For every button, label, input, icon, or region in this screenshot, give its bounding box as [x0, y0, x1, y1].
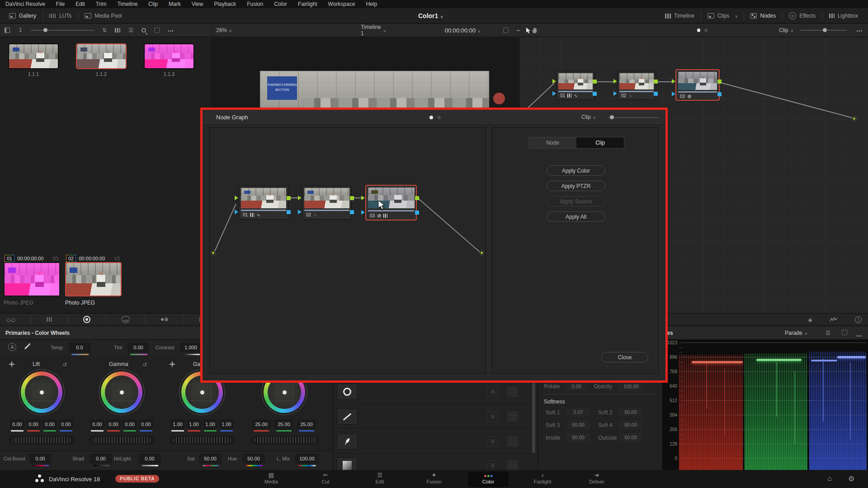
gamma-color-wheel[interactable] — [101, 371, 142, 413]
page-dot-inactive[interactable] — [704, 28, 708, 32]
rgb-output-port[interactable] — [350, 196, 354, 200]
rgb-output-port[interactable] — [415, 196, 419, 200]
close-button[interactable]: Close — [601, 352, 648, 362]
key-input-port[interactable] — [298, 210, 302, 214]
dialog-node-02[interactable]: 02 — [302, 186, 352, 220]
offset-value-green[interactable]: 25.00 — [274, 419, 293, 429]
pointer-tool-icon[interactable] — [525, 27, 532, 34]
window-mask-toggle[interactable] — [487, 436, 499, 446]
tab-clip[interactable]: Clip — [576, 137, 624, 148]
menu-view[interactable]: View — [192, 1, 203, 7]
gamma-reset-icon[interactable] — [142, 360, 147, 368]
viewer-zoom-dropdown[interactable]: 26% — [216, 27, 232, 33]
lift-value-red[interactable]: 0.00 — [26, 419, 41, 429]
lmix-value[interactable]: 100.00 — [295, 454, 319, 464]
scrollbar[interactable] — [532, 382, 535, 453]
soft1-value[interactable]: 2.07 — [566, 408, 590, 417]
rotate-value[interactable]: 0.00 — [565, 382, 588, 391]
gain-master-slider[interactable] — [170, 436, 235, 445]
key-input-port[interactable] — [672, 92, 675, 96]
scope-mode-dropdown[interactable]: Parade — [785, 330, 807, 336]
page-edit[interactable]: ☰ Edit — [359, 472, 400, 484]
grid-view-icon[interactable] — [115, 28, 120, 33]
contrast-value[interactable]: 1.000 — [180, 343, 202, 352]
page-cut[interactable]: ✂ Cut — [305, 472, 346, 484]
tint-value[interactable]: 0.00 — [127, 343, 149, 352]
eyedropper-icon[interactable] — [24, 343, 31, 350]
shad-value[interactable]: 0.00 — [90, 454, 112, 464]
dialog-output-dot[interactable] — [480, 251, 484, 255]
key-output-port[interactable] — [350, 210, 354, 214]
lift-value-green[interactable]: 0.00 — [42, 419, 57, 429]
graph-node-03-selected[interactable]: 03 — [675, 69, 720, 101]
clips-toggle-button[interactable]: Clips — [701, 8, 744, 23]
page-dot-active[interactable] — [697, 28, 700, 32]
hdr-palette-icon[interactable]: HDR — [122, 316, 130, 323]
gamma-value-master[interactable]: 0.00 — [90, 419, 104, 429]
lift-value-master[interactable]: 0.00 — [10, 419, 24, 429]
key-output-port[interactable] — [287, 210, 291, 214]
gamma-master-slider[interactable] — [89, 436, 154, 445]
gamma-value-green[interactable]: 0.00 — [123, 419, 137, 429]
key-input-port[interactable] — [361, 210, 365, 215]
key-input-port[interactable] — [235, 210, 238, 214]
rgb-input-port[interactable] — [552, 79, 556, 84]
luts-toggle-button[interactable]: LUTs — [43, 8, 78, 23]
apply-ptzr-button[interactable]: Apply PTZR — [547, 181, 605, 191]
apply-all-button[interactable]: Apply All — [547, 211, 605, 222]
grab-still-icon[interactable]: ↧ — [18, 27, 23, 33]
menu-workspace[interactable]: Workspace — [328, 1, 355, 7]
scope-settings-icon[interactable]: ☰ — [826, 330, 830, 336]
sort-icon[interactable]: ⇅ — [102, 27, 107, 33]
window-mask-toggle[interactable] — [487, 412, 499, 422]
rgb-input-port[interactable] — [361, 196, 365, 200]
window-invert-toggle[interactable] — [507, 412, 518, 422]
menu-timeline[interactable]: Timeline — [117, 1, 137, 7]
menu-playback[interactable]: Playback — [214, 1, 236, 7]
menu-app[interactable]: DaVinci Resolve — [5, 1, 45, 7]
dialog-node-03-selected[interactable]: 03 — [365, 185, 417, 221]
node-zoom-slider[interactable] — [800, 30, 847, 31]
scope-options-icon[interactable] — [856, 331, 863, 339]
scope-graph-icon[interactable] — [830, 317, 838, 322]
rgb-input-port[interactable] — [298, 196, 302, 200]
home-icon[interactable]: ⌂ — [827, 474, 832, 483]
key-output-port[interactable] — [717, 92, 722, 96]
menu-file[interactable]: File — [56, 1, 65, 7]
menu-color[interactable]: Color — [274, 1, 287, 7]
rgb-output-port[interactable] — [287, 196, 291, 200]
rgb-output-port[interactable] — [654, 80, 658, 84]
dialog-source-dot[interactable] — [211, 251, 215, 255]
effects-toggle-button[interactable]: fx Effects — [783, 8, 822, 23]
page-fairlight[interactable]: ♪ Fairlight — [522, 472, 563, 484]
lut-grid-palette-icon[interactable] — [47, 317, 52, 322]
graph-node-01[interactable]: 01 — [556, 71, 595, 100]
color-wheels-palette-icon-active[interactable] — [83, 316, 90, 323]
col-boost-value[interactable]: 0.00 — [29, 454, 52, 464]
dialog-zoom-slider[interactable] — [608, 117, 659, 118]
soft3-value[interactable]: 50.00 — [566, 420, 590, 429]
hand-tool-icon[interactable] — [532, 27, 538, 33]
gain-value-green[interactable]: 1.00 — [203, 419, 217, 429]
window-invert-toggle[interactable] — [507, 460, 518, 470]
window-mask-toggle[interactable] — [487, 387, 499, 397]
dialog-node-01[interactable]: 01 — [239, 186, 288, 220]
offset-master-slider[interactable] — [251, 436, 320, 445]
menu-clip[interactable]: Clip — [148, 1, 158, 7]
rgb-mixer-palette-icon[interactable] — [161, 318, 168, 321]
gallery-still-3[interactable] — [144, 43, 194, 69]
menu-fairlight[interactable]: Fairlight — [298, 1, 317, 7]
graph-node-02[interactable]: 02 — [617, 71, 656, 100]
clip-2-thumbnail-selected[interactable] — [65, 262, 122, 296]
project-mode-dropdown[interactable]: Color1 — [418, 8, 443, 23]
menu-help[interactable]: Help — [366, 1, 377, 7]
settings-gear-icon[interactable]: ⚙ — [848, 474, 854, 483]
dialog-page-dot-active[interactable] — [429, 116, 433, 119]
dialog-page-dot-inactive[interactable] — [437, 116, 441, 119]
apply-source-button[interactable]: Apply Source — [547, 196, 605, 206]
rgb-input-port[interactable] — [613, 79, 617, 84]
expand-viewer-icon[interactable] — [503, 28, 509, 33]
key-input-port[interactable] — [552, 91, 556, 96]
page-deliver[interactable]: ➔ Deliver — [576, 472, 617, 484]
soft2-value[interactable]: 50.00 — [619, 408, 642, 417]
